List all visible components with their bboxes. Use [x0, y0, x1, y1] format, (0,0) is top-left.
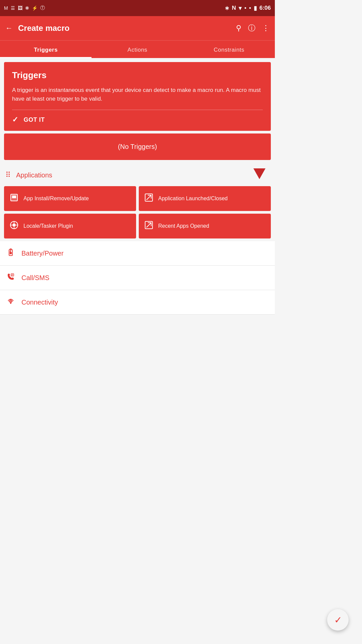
trigger-option-app-launched[interactable]: Application Launched/Closed: [139, 186, 271, 211]
category-connectivity[interactable]: Connectivity: [0, 290, 275, 315]
tab-constraints[interactable]: Constraints: [183, 41, 275, 58]
battery-icon: ▮: [254, 5, 257, 12]
locale-label: Locale/Tasker Plugin: [23, 223, 73, 229]
svg-rect-2: [12, 196, 16, 198]
more-options-icon[interactable]: ⋮: [262, 24, 269, 33]
svg-line-12: [146, 223, 151, 227]
call-sms-label: Call/SMS: [21, 274, 49, 282]
toolbar-action-icons: ⚲ ⓘ ⋮: [236, 23, 269, 33]
content-area: Triggers A trigger is an instantaneous e…: [0, 62, 275, 315]
battery-power-icon: [5, 248, 16, 259]
status-icon-photo: 🖼: [18, 5, 22, 11]
status-icon-leaf: ❋: [25, 5, 29, 11]
applications-section-header[interactable]: ⠿ Applications: [0, 164, 275, 186]
tab-bar: Triggers Actions Constraints: [0, 40, 275, 58]
status-right: ∗ N ▾ ▪ ▪ ▮ 6:06: [225, 5, 271, 12]
tab-triggers[interactable]: Triggers: [0, 41, 92, 58]
signal-icon-2: ▪: [249, 5, 251, 11]
checkmark-icon: ✓: [12, 115, 18, 124]
app-launched-label: Application Launched/Closed: [158, 196, 228, 202]
call-sms-icon: [5, 272, 16, 283]
applications-grid-icon: ⠿: [5, 171, 11, 179]
triggers-divider: [12, 110, 263, 110]
status-bar: M ☰ 🖼 ❋ ⚡ Ⓣ ∗ N ▾ ▪ ▪ ▮ 6:06: [0, 0, 275, 16]
wifi-icon: ▾: [239, 5, 242, 12]
svg-point-20: [10, 303, 11, 304]
svg-point-6: [12, 223, 16, 227]
trigger-option-locale[interactable]: Locale/Tasker Plugin: [4, 214, 136, 238]
signal-icon-1: ▪: [244, 5, 246, 11]
svg-line-4: [146, 195, 151, 200]
recent-apps-icon: [144, 220, 154, 232]
bluetooth-icon: ∗: [225, 5, 229, 12]
search-icon[interactable]: ⚲: [236, 24, 241, 33]
app-install-icon: [9, 193, 19, 204]
recent-apps-label: Recent Apps Opened: [158, 223, 209, 229]
got-it-button[interactable]: ✓ GOT IT: [12, 115, 263, 124]
triggers-info-card: Triggers A trigger is an instantaneous e…: [4, 62, 271, 131]
time-display: 6:06: [259, 5, 271, 11]
tab-actions[interactable]: Actions: [92, 41, 183, 58]
status-left-icons: M ☰ 🖼 ❋ ⚡ Ⓣ: [4, 5, 45, 11]
status-icon-m: M: [4, 5, 8, 11]
connectivity-label: Connectivity: [21, 299, 58, 306]
got-it-label: GOT IT: [24, 116, 45, 123]
trigger-options-grid: App Install/Remove/Update Application La…: [0, 186, 275, 241]
applications-title: Applications: [16, 171, 52, 179]
connectivity-icon: [5, 297, 16, 308]
app-launched-icon: [144, 193, 154, 204]
trigger-option-recent-apps[interactable]: Recent Apps Opened: [139, 214, 271, 238]
page-title: Create macro: [18, 23, 231, 33]
triggers-card-title: Triggers: [12, 70, 263, 80]
triggers-card-description: A trigger is an instantaneous event that…: [12, 86, 263, 103]
toolbar: ← Create macro ⚲ ⓘ ⋮: [0, 16, 275, 40]
no-triggers-button[interactable]: (No Triggers): [4, 133, 271, 160]
category-battery[interactable]: Battery/Power: [0, 241, 275, 266]
nfc-icon: N: [232, 5, 236, 11]
down-arrow-icon: [251, 165, 268, 185]
help-icon[interactable]: ⓘ: [248, 23, 255, 33]
app-install-label: App Install/Remove/Update: [23, 196, 89, 202]
svg-marker-0: [253, 168, 265, 179]
locale-icon: [9, 220, 19, 232]
battery-power-label: Battery/Power: [21, 250, 64, 257]
trigger-option-app-install[interactable]: App Install/Remove/Update: [4, 186, 136, 211]
back-button[interactable]: ←: [5, 24, 13, 33]
status-icon-t: Ⓣ: [40, 5, 45, 11]
category-call-sms[interactable]: Call/SMS: [0, 266, 275, 290]
status-icon-bolt: ⚡: [32, 5, 38, 11]
status-icon-sd: ☰: [11, 5, 15, 11]
